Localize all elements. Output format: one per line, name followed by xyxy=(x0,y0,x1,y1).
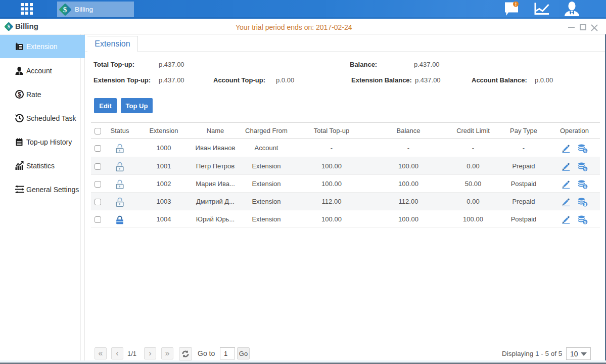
svg-text:$: $ xyxy=(584,202,586,207)
svg-text:$: $ xyxy=(584,220,586,224)
svg-text:$: $ xyxy=(584,149,586,153)
svg-text:$: $ xyxy=(18,91,21,98)
svg-text:$: $ xyxy=(584,167,586,171)
svg-text:$: $ xyxy=(584,185,586,189)
